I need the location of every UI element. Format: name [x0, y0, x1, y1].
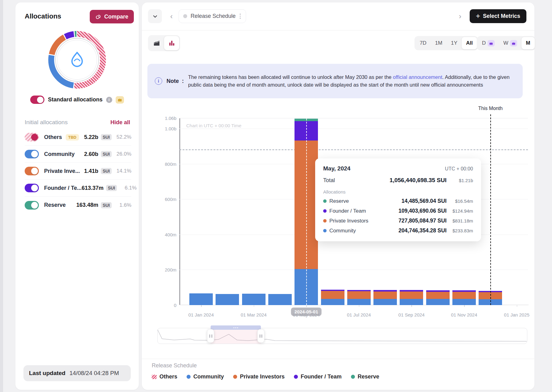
bar-segment-private-investors	[452, 292, 476, 299]
legend-item-community[interactable]: Community	[187, 374, 224, 380]
chevron-right-icon[interactable]: ›	[459, 9, 461, 23]
bar-segment-community	[347, 299, 371, 305]
select-metrics-button[interactable]: + Select Metrics	[470, 9, 526, 23]
tbd-badge: TBD	[66, 134, 79, 141]
gridline	[179, 129, 528, 129]
bar-2024-07[interactable]	[347, 290, 371, 305]
topbar-divider	[142, 30, 534, 31]
x-tick	[254, 305, 254, 307]
tooltip-row-name: Private Investors	[329, 218, 369, 224]
chevron-left-icon[interactable]: ‹	[170, 9, 173, 23]
allocation-list: OthersTBD5.22bSUI52.2%Community2.60bSUI2…	[25, 129, 131, 214]
x-tick-label: 01 Sep 2024	[398, 312, 425, 317]
tooltip-timezone: UTC + 00:00	[445, 166, 473, 172]
page-edge	[0, 0, 3, 392]
note-label: Note :	[167, 78, 184, 84]
standard-allocations-toggle[interactable]	[30, 96, 44, 104]
timeline-minimap[interactable]	[157, 328, 527, 344]
time-range-group: 7D1M1YAll	[414, 36, 478, 50]
gridline-top	[179, 118, 528, 118]
bar-segment-community	[373, 299, 397, 305]
chart-legend: OthersCommunityPrivate InvestorsFounder …	[152, 374, 379, 380]
minimap-selection[interactable]	[211, 328, 261, 344]
premium-crown-icon[interactable]	[116, 96, 124, 104]
allocation-toggle[interactable]	[25, 184, 39, 192]
allocation-percent: 6.1%	[120, 185, 137, 191]
reference-line	[179, 149, 528, 150]
bar-2024-04[interactable]	[268, 294, 292, 305]
allocation-toggle[interactable]	[25, 167, 39, 175]
range-button-1y[interactable]: 1Y	[447, 37, 462, 49]
hover-crosshair	[306, 119, 307, 305]
legend-item-private-investors[interactable]: Private Investors	[233, 374, 285, 380]
allocation-toggle[interactable]	[25, 201, 39, 210]
allocation-name: Reserve	[44, 202, 66, 208]
legend-item-reserve[interactable]: Reserve	[351, 374, 379, 380]
legend-item-others[interactable]: Others	[152, 374, 177, 380]
bar-segment-private-investors	[400, 292, 423, 299]
tooltip-row-usd: $233.83m	[447, 228, 473, 233]
tab-release-schedule[interactable]: Release Schedule	[179, 9, 246, 23]
standard-allocations-label: Standard allocations	[48, 96, 102, 103]
kebab-menu-icon[interactable]	[239, 13, 241, 19]
allocation-percent: 26.0%	[115, 151, 131, 157]
area-chart-icon[interactable]	[149, 36, 164, 50]
legend-label: Private Investors	[240, 374, 285, 380]
official-announcement-link[interactable]: official announcement	[393, 74, 442, 80]
x-tick-label: 01 Jan 2025	[504, 312, 529, 317]
allocation-toggle[interactable]	[25, 150, 39, 158]
y-tick-label: 200m	[165, 267, 176, 272]
range-button-7d[interactable]: 7D	[415, 37, 431, 49]
sui-unit-badge: SUI	[106, 185, 117, 191]
hide-all-link[interactable]: Hide all	[110, 119, 130, 126]
range-button-all[interactable]: All	[462, 37, 477, 49]
interval-button-d[interactable]: D	[478, 37, 499, 49]
legend-swatch	[233, 375, 237, 379]
allocations-donut-chart[interactable]	[47, 30, 107, 90]
bar-2024-01[interactable]	[189, 293, 213, 305]
last-updated-value: 14/08/24 04:28 PM	[69, 370, 119, 377]
allocation-percent: 14.1%	[115, 168, 131, 174]
y-tick-label: 1.06b	[165, 116, 176, 121]
tooltip-row-sui: 109,403,690.06 SUI	[398, 208, 447, 214]
legend-item-founder-team[interactable]: Founder / Team	[294, 374, 342, 380]
hover-date-chip: 2024-05-01	[291, 308, 322, 316]
bar-chart-icon[interactable]	[164, 36, 179, 50]
tooltip-row-name: Community	[329, 228, 356, 234]
bar-2024-11[interactable]	[452, 290, 476, 305]
tooltip-row-sui: 204,746,354.28 SUI	[398, 227, 447, 234]
tooltip-row: Reserve14,485,569.04 SUI$16.54m	[323, 198, 473, 204]
info-icon[interactable]: i	[106, 97, 112, 103]
this-month-label: This Month	[478, 106, 503, 111]
x-tick	[306, 305, 307, 307]
standard-allocations-row: Standard allocations i	[15, 96, 139, 104]
tooltip-total-label: Total	[323, 177, 335, 184]
interval-button-m[interactable]: M	[521, 37, 534, 49]
tooltip-row: Founder / Team109,403,690.06 SUI$124.94m	[323, 208, 473, 214]
tooltip-row-dot	[323, 219, 327, 223]
bar-2024-06[interactable]	[321, 290, 344, 305]
minimap-drag-bar[interactable]	[211, 325, 261, 330]
bar-2024-10[interactable]	[426, 290, 450, 305]
release-schedule-panel: ‹ Release Schedule › + Select Metrics 7D…	[142, 2, 534, 390]
compare-button[interactable]: Compare	[90, 10, 134, 23]
legend-swatch	[187, 375, 191, 379]
range-button-1m[interactable]: 1M	[431, 37, 447, 49]
allocation-amount: 163.48m	[76, 202, 98, 208]
allocation-row: Reserve163.48mSUI1.6%	[25, 197, 131, 214]
tooltip-row: Private Investors727,805,084.97 SUI$831.…	[323, 218, 473, 224]
tooltip-row-dot	[323, 229, 327, 232]
bar-2024-03[interactable]	[242, 294, 266, 305]
bar-2024-02[interactable]	[216, 294, 239, 305]
minimap-handle-right[interactable]	[257, 329, 265, 343]
x-tick	[201, 305, 202, 307]
bar-2024-09[interactable]	[400, 290, 423, 305]
bar-2024-08[interactable]	[373, 290, 397, 305]
initial-allocations-header: Initial allocations Hide all	[25, 119, 130, 126]
collapse-button[interactable]	[148, 9, 162, 23]
allocations-panel: Allocations Compare	[15, 2, 139, 390]
allocation-amount: 5.22b	[84, 134, 98, 141]
allocation-toggle[interactable]	[25, 133, 39, 141]
interval-button-w[interactable]: W	[499, 37, 521, 49]
minimap-handle-left[interactable]	[207, 329, 214, 343]
